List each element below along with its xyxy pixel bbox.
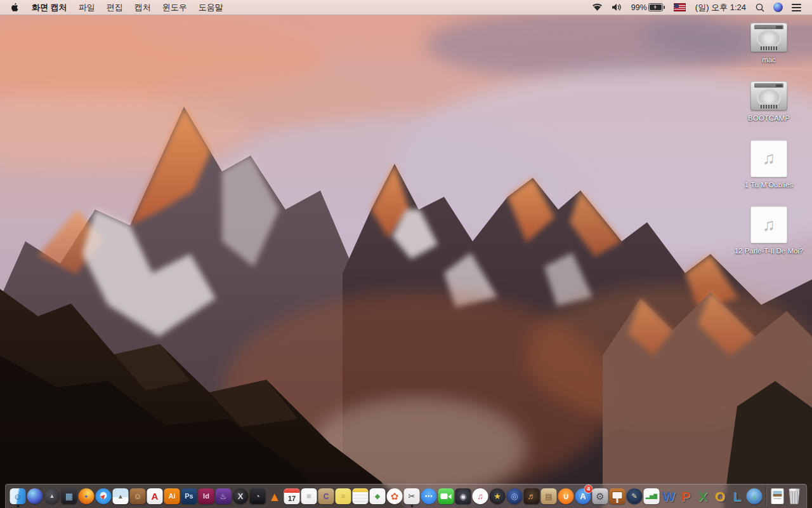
desktop-icon-audio-2[interactable]: ♫1 Tu M'Oublies [733, 140, 804, 189]
dock-item-stickies[interactable]: ≡ [335, 485, 352, 508]
dock-item-toast[interactable]: ♨ [215, 485, 232, 508]
dock-item-idvd[interactable]: ◎ [506, 485, 523, 508]
reminders-icon: ≡ [301, 488, 317, 504]
dock-item-messages[interactable]: ⋯ [421, 485, 438, 508]
apple-menu[interactable] [0, 0, 26, 15]
dock-item-notes[interactable] [352, 485, 369, 508]
dock-item-photo-booth[interactable]: ◉ [455, 485, 472, 508]
dock-item-firefox[interactable]: ● [78, 485, 95, 508]
dock-item-calendar[interactable]: 17 [284, 485, 301, 508]
finder-icon: ☺ [10, 488, 26, 504]
dock-item-finder[interactable]: ☺ [10, 485, 27, 508]
facetime-icon [438, 488, 454, 504]
dock-item-preview[interactable]: ▲ [112, 485, 129, 508]
desktop-icon-label: 12 Parle-T-Il De Moi? [735, 246, 804, 255]
dock-item-ibooks[interactable]: ∪ [558, 485, 575, 508]
dock-item-globe-download[interactable]: ↓ [746, 485, 763, 508]
wifi-icon[interactable] [587, 0, 607, 15]
photoshop-icon: Ps [181, 488, 197, 504]
ms-word-icon: W [661, 488, 677, 504]
menubar-item-1[interactable]: 편집 [101, 0, 129, 15]
dock-item-photoshop[interactable]: Ps [181, 485, 198, 508]
dock-item-ms-excel[interactable]: X [695, 485, 712, 508]
itunes-icon: ♫ [473, 488, 488, 504]
battery-status[interactable]: 99% [627, 0, 669, 15]
apple-icon [10, 3, 18, 12]
idvd-icon: ◎ [507, 488, 523, 504]
dock-item-ms-word[interactable]: W [660, 485, 678, 508]
contacts-icon: ☺ [130, 488, 146, 504]
desktop-icon-drive-0[interactable]: mac [733, 23, 804, 64]
input-source-flag[interactable] [669, 0, 690, 15]
globe-download-icon: ↓ [747, 488, 763, 504]
audio-file-icon: ♫ [750, 140, 787, 177]
dock-item-xquartz[interactable]: X [232, 485, 249, 508]
dock-item-contacts[interactable]: ☺ [129, 485, 147, 508]
desktop-icon-audio-3[interactable]: ♫12 Parle-T-Il De Moi? [733, 206, 804, 255]
siri-button[interactable] [769, 0, 787, 15]
dock-item-facetime[interactable] [438, 485, 455, 508]
menu-clock[interactable]: (일) 오후 1:24 [690, 0, 751, 15]
dock-item-ms-outlook[interactable]: O [712, 485, 729, 508]
dock-item-system-preferences[interactable]: ⚙ [592, 485, 609, 508]
document-icon [771, 488, 783, 504]
notification-badge: 4 [585, 485, 593, 493]
dock-item-launchpad[interactable]: ▲ [44, 485, 61, 508]
dock-item-disk-speed[interactable]: ◔ [249, 485, 266, 508]
menubar-item-3[interactable]: 윈도우 [157, 0, 193, 15]
dock-item-ms-lync[interactable]: L [729, 485, 746, 508]
dock-item-vlc[interactable]: ▲ [266, 485, 284, 508]
preview-icon: ▲ [113, 488, 129, 504]
dock-item-imovie[interactable]: ★ [489, 485, 506, 508]
menubar-item-4[interactable]: 도움말 [193, 0, 229, 15]
launchpad-icon: ▲ [44, 488, 60, 504]
menubar-item-2[interactable]: 캡처 [129, 0, 157, 15]
safari-icon: ▶ [96, 488, 112, 504]
dock-item-stuffit[interactable]: C [318, 485, 335, 508]
ms-powerpoint-icon: P [678, 488, 694, 504]
battery-charging-icon [648, 3, 665, 11]
dock-item-newsstand[interactable]: ▤ [540, 485, 558, 508]
us-flag-icon [674, 3, 686, 11]
calendar-day: 17 [284, 493, 300, 504]
dock-item-safari[interactable]: ▶ [95, 485, 112, 508]
dock-item-reminders[interactable]: ≡ [301, 485, 318, 508]
grab-icon: ✂ [404, 488, 420, 504]
desktop: 화면 캡처 파일편집캡처윈도우도움말 99% [0, 0, 812, 508]
dock-item-pages[interactable]: ✎ [626, 485, 643, 508]
dock-item-photos[interactable]: ✿ [386, 485, 403, 508]
running-indicator [410, 505, 413, 507]
notification-center-button[interactable] [787, 0, 806, 15]
dock-item-app-store[interactable]: A4 [575, 485, 592, 508]
active-app-menu[interactable]: 화면 캡처 [26, 0, 73, 15]
dock-item-indesign[interactable]: Id [198, 485, 215, 508]
ms-outlook-icon: O [712, 488, 728, 504]
dock-item-grab[interactable]: ✂ [403, 485, 421, 508]
volume-icon[interactable] [607, 0, 627, 15]
numbers-icon: ▂▅▇ [644, 488, 660, 504]
acrobat-icon: A [147, 488, 163, 504]
photo-booth-icon: ◉ [455, 488, 471, 504]
newsstand-icon: ▤ [541, 488, 557, 504]
messages-icon: ⋯ [421, 488, 437, 504]
dock-item-itunes[interactable]: ♫ [472, 485, 489, 508]
dock-item-document[interactable] [769, 485, 786, 508]
dock-item-color-cards[interactable]: ◆ [369, 485, 386, 508]
desktop-icon-label: mac [762, 55, 776, 64]
menubar-item-0[interactable]: 파일 [73, 0, 101, 15]
desktop-icon-label: BOOTCAMP [748, 114, 790, 123]
dock-item-numbers[interactable]: ▂▅▇ [643, 485, 660, 508]
dock-item-trash[interactable] [786, 485, 803, 508]
notes-icon [353, 488, 369, 504]
dock-item-illustrator[interactable]: Ai [164, 485, 181, 508]
dock-item-acrobat[interactable]: A [147, 485, 164, 508]
dock-item-mission-control[interactable]: ▦ [61, 485, 78, 508]
dock-item-garageband[interactable]: ♬ [523, 485, 540, 508]
system-preferences-icon: ⚙ [593, 488, 608, 504]
indesign-icon: Id [199, 488, 214, 504]
dock-item-ms-powerpoint[interactable]: P [678, 485, 695, 508]
desktop-icon-drive-1[interactable]: BOOTCAMP [733, 81, 804, 123]
dock-item-keynote[interactable] [609, 485, 626, 508]
spotlight-button[interactable] [751, 0, 769, 15]
dock-item-siri[interactable] [27, 485, 44, 508]
